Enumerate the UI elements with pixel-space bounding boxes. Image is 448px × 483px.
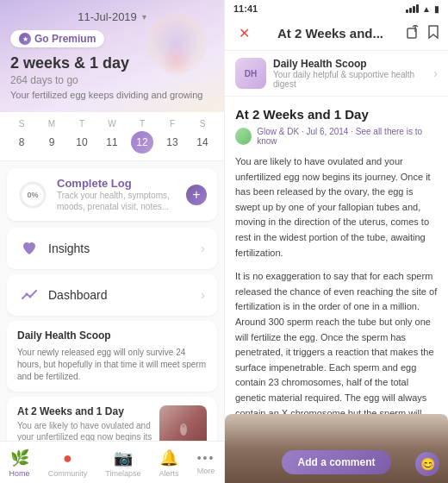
add-comment-button[interactable]: Add a comment [282, 450, 390, 474]
alerts-nav-label: Alerts [159, 469, 179, 478]
cal-day-0[interactable]: S 8 [10, 119, 33, 154]
more-nav-icon: ••• [197, 451, 215, 465]
log-title: Complete Log [57, 177, 177, 190]
chart-icon [19, 285, 40, 305]
battery-icon: ▮ [434, 4, 439, 14]
article-byline: Glow & DK · Jul 6, 2014 · See all there … [235, 127, 438, 146]
cal-label-2: T [79, 119, 84, 129]
article-paragraph-0: You are likely to have ovulated and your… [235, 154, 438, 260]
cal-label-4: T [140, 119, 145, 129]
signal-bars-icon [406, 4, 419, 13]
cal-num-0: 8 [10, 131, 33, 154]
more-nav-label: More [197, 467, 215, 475]
source-avatar: DH [235, 58, 266, 89]
article-image-0 [159, 405, 207, 441]
cal-day-5[interactable]: F 13 [161, 119, 184, 154]
svg-point-5 [182, 424, 185, 428]
log-text: Complete Log Track your health, symptoms… [57, 177, 177, 212]
article-paragraph-1: It is no exaggeration to say that for ea… [235, 269, 438, 414]
left-header: 11-Jul-2019 ▾ ★ Go Premium 2 weeks & 1 d… [0, 0, 224, 112]
cal-day-2[interactable]: T 10 [71, 119, 93, 154]
toolbar-actions [407, 25, 439, 41]
bottom-nav: 🌿 Home ● Community 📷 Timelapse 🔔 Alerts … [0, 441, 224, 483]
article-body: At 2 Weeks and 1 Day Glow & DK · Jul 6, … [225, 97, 448, 414]
nav-item-more[interactable]: ••• More [190, 449, 222, 477]
article-content-0: At 2 Weeks and 1 Day You are likely to h… [17, 405, 152, 441]
health-scoop-card: Daily Health Scoop Your newly released e… [7, 321, 217, 392]
share-button[interactable] [407, 25, 420, 41]
wifi-icon: ▲ [422, 4, 431, 14]
home-nav-icon: 🌿 [10, 448, 29, 467]
article-header-title: At 2 Weeks and... [259, 26, 401, 41]
cal-label-0: S [19, 119, 25, 129]
nav-item-alerts[interactable]: 🔔 Alerts [152, 447, 186, 480]
byline-text: Glow & DK · Jul 6, 2014 · See all there … [257, 127, 438, 146]
log-plus-button[interactable]: + [186, 185, 207, 205]
nav-item-home[interactable]: 🌿 Home [3, 447, 37, 480]
close-button[interactable]: ✕ [233, 22, 254, 43]
cal-num-4: 12 [131, 131, 153, 154]
nav-item-timelapse[interactable]: 📷 Timelapse [98, 447, 147, 480]
comment-avatar: 😊 [415, 452, 439, 476]
heart-icon [19, 238, 40, 259]
article-item-0[interactable]: At 2 Weeks and 1 Day You are likely to h… [7, 397, 217, 441]
insights-chevron-icon: › [201, 242, 205, 255]
premium-icon: ★ [19, 33, 31, 45]
log-progress-pct: 0% [27, 191, 38, 199]
timelapse-nav-label: Timelapse [105, 469, 140, 478]
complete-log-card[interactable]: 0% Complete Log Track your health, sympt… [7, 168, 217, 221]
source-name: Daily Health Scoop [273, 58, 426, 70]
premium-button[interactable]: ★ Go Premium [10, 30, 104, 47]
cal-label-1: M [48, 119, 55, 129]
article-body-title: At 2 Weeks and 1 Day [235, 107, 438, 122]
cal-day-1[interactable]: M 9 [40, 119, 63, 154]
byline-avatar [235, 128, 252, 145]
cal-num-5: 13 [161, 131, 184, 154]
chevron-down-icon: ▾ [142, 12, 146, 22]
cal-label-5: F [170, 119, 175, 129]
dashboard-label: Dashboard [48, 288, 192, 302]
byline-author: Glow & DK · Jul 6, 2014 · See all there … [257, 127, 422, 146]
svg-point-2 [26, 293, 28, 296]
status-time: 11:41 [233, 3, 258, 14]
scoop-body: Your newly released egg will only surviv… [17, 347, 207, 383]
cal-day-6[interactable]: S 14 [191, 119, 214, 154]
cal-num-1: 9 [40, 131, 63, 154]
alerts-nav-icon: 🔔 [159, 448, 178, 467]
bottom-article-image: Add a comment 😊 [225, 414, 448, 483]
dashboard-chevron-icon: › [201, 288, 205, 302]
svg-point-3 [29, 296, 32, 298]
cal-day-3[interactable]: W 11 [101, 119, 123, 154]
article-toolbar: ✕ At 2 Weeks and... [225, 17, 448, 51]
right-panel: 11:41 ▲ ▮ ✕ At 2 Weeks and... [224, 0, 448, 483]
status-right: ▲ ▮ [406, 4, 439, 14]
source-info: Daily Health Scoop Your daily helpful & … [273, 58, 426, 89]
log-subtitle: Track your health, symptoms, moods, pren… [57, 190, 177, 212]
premium-label: Go Premium [34, 33, 96, 45]
menu-item-insights[interactable]: Insights › [7, 228, 217, 269]
article-img-placeholder-0 [159, 405, 207, 441]
header-subtitle: Your fertilized egg keeps dividing and g… [10, 90, 214, 100]
source-arrow-icon: › [433, 66, 438, 80]
source-desc: Your daily helpful & supportive health d… [273, 70, 426, 89]
date-text: 11-Jul-2019 [78, 10, 137, 23]
log-progress-circle: 0% [17, 179, 48, 210]
nav-item-community[interactable]: ● Community [41, 448, 95, 480]
cal-num-2: 10 [71, 131, 93, 154]
cal-num-3: 11 [101, 131, 123, 154]
calendar-row: S 8 M 9 T 10 W 11 T 12 F 13 S 14 [0, 112, 224, 161]
article-title-0: At 2 Weeks and 1 Day [17, 405, 152, 417]
home-nav-label: Home [9, 469, 30, 478]
article-desc-0: You are likely to have ovulated and your… [17, 420, 152, 441]
left-scroll-area: 0% Complete Log Track your health, sympt… [0, 161, 224, 441]
timelapse-nav-icon: 📷 [114, 448, 133, 467]
source-card[interactable]: DH Daily Health Scoop Your daily helpful… [225, 51, 448, 97]
cal-num-6: 14 [191, 131, 214, 154]
menu-item-dashboard[interactable]: Dashboard › [7, 274, 217, 316]
left-panel: 11-Jul-2019 ▾ ★ Go Premium 2 weeks & 1 d… [0, 0, 224, 483]
deco-circle-2 [159, 43, 194, 78]
cal-day-4[interactable]: T 12 [131, 119, 153, 154]
scoop-title: Daily Health Scoop [17, 329, 207, 342]
community-nav-icon: ● [63, 449, 72, 467]
bookmark-button[interactable] [427, 25, 439, 41]
